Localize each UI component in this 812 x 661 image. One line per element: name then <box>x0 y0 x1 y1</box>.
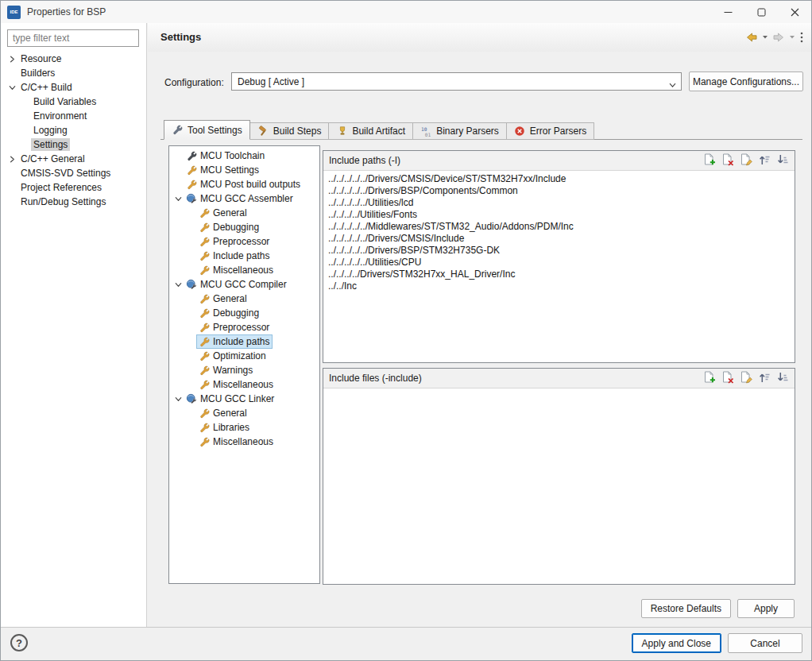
tool-item-libraries[interactable]: Libraries <box>169 420 319 435</box>
tool-item-mcu-gcc-assembler[interactable]: MCU GCC Assembler <box>169 191 319 206</box>
tool-item-warnings[interactable]: Warnings <box>169 363 319 377</box>
tool-item-label: Miscellaneous <box>213 379 273 390</box>
tool-item-include-paths[interactable]: Include paths <box>169 249 319 263</box>
tool-item-miscellaneous[interactable]: Miscellaneous <box>169 263 319 277</box>
wrench-tab-icon <box>172 124 184 136</box>
sidebar-item-c-c-build[interactable]: C/C++ Build <box>1 80 146 95</box>
sidebar-item-label: Project References <box>18 181 104 194</box>
tool-item-miscellaneous[interactable]: Miscellaneous <box>169 377 319 392</box>
close-icon <box>791 8 799 17</box>
back-button[interactable] <box>744 29 759 45</box>
help-button[interactable]: ? <box>10 634 28 651</box>
chevron-right-icon[interactable] <box>6 53 18 64</box>
add-button[interactable] <box>702 372 716 385</box>
chevron-down-icon[interactable] <box>172 194 184 204</box>
forward-button[interactable] <box>771 29 786 45</box>
manage-configurations-button[interactable]: Manage Configurations... <box>689 72 803 91</box>
include-path-item[interactable]: ../../../../Drivers/STM32H7xx_HAL_Driver… <box>323 269 795 280</box>
tool-item-mcu-gcc-linker[interactable]: MCU GCC Linker <box>169 392 319 406</box>
tool-item-debugging[interactable]: Debugging <box>169 306 319 320</box>
include-path-item[interactable]: ../../../../../Middlewares/ST/STM32_Audi… <box>323 221 795 233</box>
include-path-item[interactable]: ../../../../../Drivers/BSP/Components/Co… <box>323 185 795 197</box>
chevron-down-icon[interactable] <box>6 82 18 93</box>
tab-binary-parsers[interactable]: 1001Binary Parsers <box>412 122 507 140</box>
tab-build-artifact[interactable]: Build Artifact <box>328 122 413 140</box>
move-down-button[interactable] <box>775 372 789 385</box>
tool-item-mcu-post-build-outputs[interactable]: MCU Post build outputs <box>169 177 319 191</box>
sidebar-item-label: Builders <box>18 67 57 79</box>
sidebar-item-settings[interactable]: Settings <box>1 137 146 152</box>
include-path-item[interactable]: ../../../../../Drivers/BSP/STM32H735G-DK <box>323 245 795 257</box>
sphere-icon <box>186 193 197 204</box>
tool-item-preprocessor[interactable]: Preprocessor <box>169 320 319 334</box>
chevron-down-icon[interactable] <box>172 394 184 404</box>
tab-tool-settings[interactable]: Tool Settings <box>164 120 250 140</box>
tool-item-mcu-gcc-compiler[interactable]: MCU GCC Compiler <box>169 277 319 292</box>
edit-button[interactable] <box>739 372 752 385</box>
tool-item-include-paths[interactable]: Include paths <box>169 334 319 349</box>
sidebar-item-label: Resource <box>18 52 64 65</box>
back-history-dropdown[interactable] <box>761 29 769 45</box>
include-path-item[interactable]: ../../../../../Drivers/CMSIS/Device/ST/S… <box>323 173 795 185</box>
sidebar-item-label: Run/Debug Settings <box>18 195 108 208</box>
tab-build-steps[interactable]: Build Steps <box>249 122 330 140</box>
minimize-button[interactable] <box>711 1 744 23</box>
sidebar-item-label: Settings <box>31 138 70 151</box>
include-files-list[interactable] <box>323 388 795 584</box>
move-down-button[interactable] <box>775 154 789 168</box>
include-path-item[interactable]: ../../Inc <box>323 280 795 292</box>
app-icon: IDE <box>7 6 21 19</box>
delete-button[interactable] <box>721 154 734 168</box>
move-up-icon <box>758 153 771 168</box>
tool-item-debugging[interactable]: Debugging <box>169 220 319 234</box>
add-icon <box>703 153 716 168</box>
move-up-button[interactable] <box>757 372 771 385</box>
apply-button[interactable]: Apply <box>737 599 795 618</box>
tool-item-mcu-toolchain[interactable]: MCU Toolchain <box>169 149 319 163</box>
close-button[interactable] <box>778 1 811 23</box>
cancel-button[interactable]: Cancel <box>728 633 802 653</box>
include-paths-list[interactable]: ../../../../../Drivers/CMSIS/Device/ST/S… <box>323 171 795 362</box>
property-page-sidebar: ResourceBuildersC/C++ BuildBuild Variabl… <box>1 23 147 627</box>
delete-icon <box>721 153 734 168</box>
view-menu-button[interactable] <box>798 29 805 45</box>
sidebar-item-logging[interactable]: Logging <box>1 123 146 137</box>
tool-item-general[interactable]: General <box>169 292 319 306</box>
tool-item-general[interactable]: General <box>169 206 319 220</box>
chevron-down-icon[interactable] <box>172 280 184 290</box>
wrench-amber-icon <box>199 365 210 376</box>
tab-error-parsers[interactable]: Error Parsers <box>506 122 594 140</box>
tool-item-optimization[interactable]: Optimization <box>169 349 319 363</box>
filter-input[interactable] <box>7 29 139 47</box>
restore-defaults-button[interactable]: Restore Defaults <box>641 599 731 618</box>
sidebar-item-build-variables[interactable]: Build Variables <box>1 95 146 109</box>
sidebar-item-environment[interactable]: Environment <box>1 109 146 123</box>
apply-and-close-button[interactable]: Apply and Close <box>632 633 721 653</box>
include-path-item[interactable]: ../../../../../Utilities/CPU <box>323 257 795 269</box>
tool-item-miscellaneous[interactable]: Miscellaneous <box>169 435 319 449</box>
sidebar-item-builders[interactable]: Builders <box>1 66 146 80</box>
hammer-icon <box>257 126 269 137</box>
sidebar-item-resource[interactable]: Resource <box>1 52 146 66</box>
configuration-select[interactable]: Debug [ Active ] <box>231 72 682 91</box>
sidebar-item-run-debug-settings[interactable]: Run/Debug Settings <box>1 195 146 209</box>
delete-button[interactable] <box>721 372 734 385</box>
tool-item-preprocessor[interactable]: Preprocessor <box>169 234 319 249</box>
add-button[interactable] <box>702 154 716 168</box>
sidebar-item-project-references[interactable]: Project References <box>1 180 146 195</box>
tool-item-general[interactable]: General <box>169 406 319 420</box>
wrench-amber-icon <box>199 207 210 218</box>
include-path-item[interactable]: ../../../../../Utilities/lcd <box>323 197 795 209</box>
move-up-button[interactable] <box>757 154 771 168</box>
include-path-item[interactable]: ../../../../Utilities/Fonts <box>323 209 795 221</box>
edit-button[interactable] <box>739 154 752 168</box>
maximize-button[interactable] <box>744 1 778 23</box>
sidebar-item-cmsis-svd-settings[interactable]: CMSIS-SVD Settings <box>1 166 146 180</box>
forward-history-dropdown[interactable] <box>788 29 796 45</box>
minimize-icon <box>724 8 733 17</box>
chevron-right-icon[interactable] <box>6 153 18 164</box>
edit-icon <box>740 153 752 168</box>
sidebar-item-c-c-general[interactable]: C/C++ General <box>1 152 146 166</box>
tool-item-mcu-settings[interactable]: MCU Settings <box>169 163 319 177</box>
include-path-item[interactable]: ../../../../../Drivers/CMSIS/Include <box>323 233 795 245</box>
